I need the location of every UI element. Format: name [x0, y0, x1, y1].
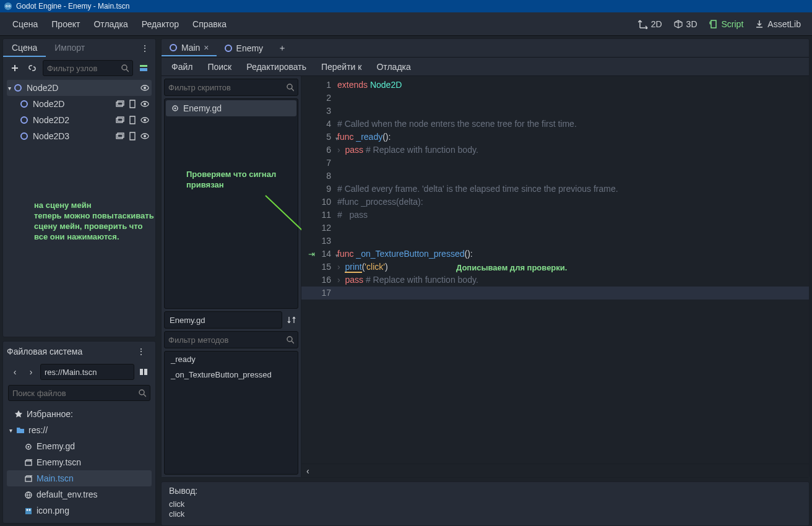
script-attached-icon[interactable] [127, 98, 138, 110]
filter-nodes-input[interactable] [43, 60, 133, 76]
sm-debug[interactable]: Отладка [370, 59, 417, 74]
svg-rect-34 [25, 508, 32, 514]
favorites-row[interactable]: Избранное: [7, 406, 152, 422]
svg-point-0 [4, 2, 12, 10]
svg-rect-27 [144, 369, 147, 375]
file-row[interactable]: Enemy.tscn [7, 454, 152, 470]
menu-editor[interactable]: Редактор [136, 15, 185, 33]
nav-forward-button[interactable]: › [24, 365, 38, 379]
file-row[interactable]: icon.png [7, 502, 152, 519]
svg-rect-26 [140, 369, 143, 375]
script-list: Enemy.gd [164, 98, 298, 309]
res-root-row[interactable]: ▾ res:// [7, 422, 152, 438]
filesystem-title: Файловая система [7, 347, 82, 356]
mode-3d-button[interactable]: 3D [668, 16, 702, 32]
sm-edit[interactable]: Редактировать [240, 59, 313, 74]
mode-assetlib-button[interactable]: AssetLib [749, 16, 806, 32]
svg-point-15 [144, 103, 146, 105]
file-search-input[interactable] [8, 385, 150, 401]
svg-point-25 [144, 135, 146, 137]
file-row[interactable]: default_env.tres [7, 486, 152, 502]
file-row[interactable]: Main.tscn [7, 470, 152, 486]
fs-menu-button[interactable]: ⋮ [131, 344, 152, 359]
script-list-item[interactable]: Enemy.gd [166, 100, 296, 116]
split-button[interactable] [137, 365, 150, 379]
file-icon [24, 457, 33, 467]
instance-icon[interactable] [114, 98, 126, 110]
svg-point-39 [287, 84, 292, 89]
file-icon [24, 489, 33, 499]
mode-2d-button[interactable]: 2D [633, 16, 667, 32]
link-button[interactable] [25, 61, 39, 75]
script-tab[interactable]: Enemy [217, 40, 271, 56]
file-row[interactable]: Enemy.gd [7, 438, 152, 454]
menu-scene[interactable]: Сцена [6, 15, 44, 33]
nav-back-button[interactable]: ‹ [8, 365, 22, 379]
output-line: click [169, 509, 801, 519]
2d-icon [638, 19, 648, 29]
close-tab-button[interactable]: × [204, 43, 209, 53]
instance-icon[interactable] [114, 114, 126, 126]
output-panel: Вывод: clickclick [161, 481, 810, 526]
menu-debug[interactable]: Отладка [87, 15, 134, 33]
tab-import[interactable]: Импорт [46, 40, 93, 57]
tree-node[interactable]: Node2D2 [7, 112, 152, 128]
script-name-field[interactable]: Enemy.gd [164, 311, 282, 329]
new-tab-button[interactable]: ＋ [272, 40, 293, 56]
3d-icon [673, 19, 683, 29]
script-tabs: Main×Enemy ＋ [162, 39, 809, 58]
visibility-icon[interactable] [139, 131, 150, 142]
collapse-left-button[interactable]: ‹ [306, 466, 309, 476]
script-attached-icon[interactable] [127, 114, 138, 126]
gear-icon [171, 104, 179, 113]
panel-menu-button[interactable]: ⋮ [134, 41, 155, 56]
star-icon [14, 410, 23, 418]
sm-search[interactable]: Поиск [201, 59, 238, 74]
script-filter-input[interactable] [164, 79, 298, 96]
svg-point-20 [144, 119, 146, 121]
tab-scene[interactable]: Сцена [3, 40, 46, 57]
tree-node-root[interactable]: ▾ Node2D [7, 80, 152, 96]
svg-point-5 [122, 65, 127, 70]
search-icon [286, 335, 294, 344]
menu-help[interactable]: Справка [186, 15, 233, 33]
svg-point-11 [21, 101, 27, 107]
folder-icon [16, 426, 25, 434]
mode-script-button[interactable]: Script [704, 16, 749, 32]
output-line: click [169, 499, 801, 509]
svg-point-41 [175, 108, 176, 110]
sort-button[interactable] [285, 313, 298, 327]
method-filter-input[interactable] [164, 331, 298, 348]
method-item[interactable]: _ready [165, 351, 298, 367]
code-editor[interactable]: 1extends Node2D 2 3 4# Called when the n… [301, 76, 809, 477]
method-item[interactable]: _on_TextureButton_pressed [165, 367, 298, 382]
window-title: Godot Engine - Enemy - Main.tscn [16, 2, 129, 11]
script-editor-panel: Main×Enemy ＋ Файл Поиск Редактировать Пе… [161, 38, 810, 478]
visibility-icon[interactable] [139, 98, 150, 110]
instance-icon[interactable] [114, 131, 126, 142]
file-icon [24, 473, 33, 483]
menu-project[interactable]: Проект [45, 15, 86, 33]
svg-point-36 [29, 509, 31, 511]
tree-node[interactable]: Node2D [7, 96, 152, 112]
tree-node[interactable]: Node2D3 [7, 128, 152, 144]
sm-goto[interactable]: Перейти к [315, 59, 368, 74]
svg-point-37 [170, 45, 176, 51]
node2d-icon [169, 43, 178, 52]
node2d-icon [19, 131, 29, 141]
script-attached-icon[interactable] [127, 131, 138, 142]
path-field[interactable]: res://Main.tscn [40, 364, 134, 380]
visibility-icon[interactable] [139, 114, 150, 126]
script-tab[interactable]: Main× [162, 40, 217, 56]
titlebar: Godot Engine - Enemy - Main.tscn [0, 0, 812, 12]
visibility-icon[interactable] [139, 82, 150, 93]
scene-tool-button[interactable] [137, 61, 150, 75]
svg-point-30 [28, 446, 30, 448]
svg-point-3 [6, 6, 7, 7]
svg-point-4 [9, 6, 10, 7]
add-node-button[interactable] [8, 61, 22, 75]
sm-file[interactable]: Файл [165, 59, 199, 74]
download-icon [754, 19, 764, 29]
node2d-icon [13, 83, 23, 93]
svg-rect-7 [140, 68, 147, 71]
